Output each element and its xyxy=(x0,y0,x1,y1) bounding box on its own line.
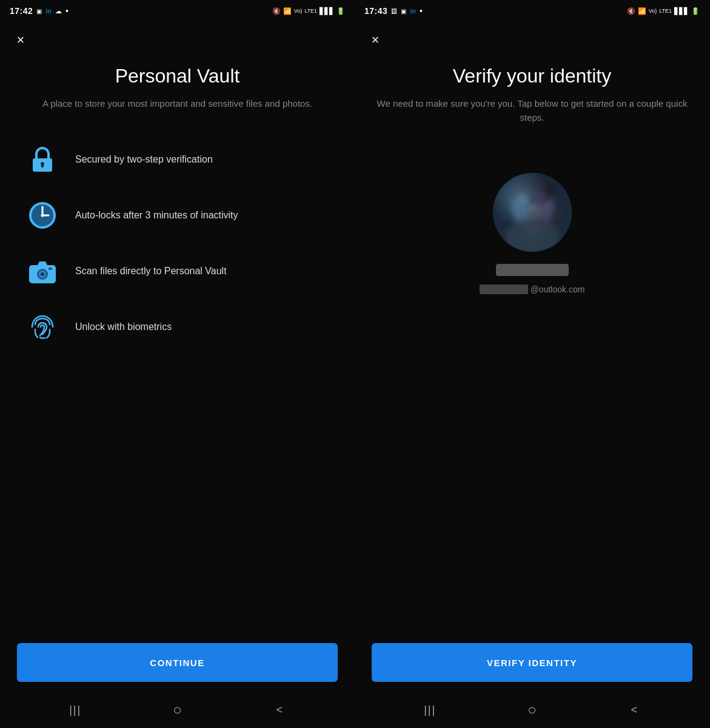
close-button-left[interactable]: × xyxy=(7,27,34,53)
user-email-container: @outlook.com xyxy=(480,285,585,294)
wifi-icon-right: 📶 xyxy=(638,7,646,15)
personal-vault-screen: 17:42 ▣ in ☁ • 🔇 📶 Vo) LTE1 ▋▋▋ 🔋 × Pers… xyxy=(0,0,355,728)
linkedin-icon: in xyxy=(45,7,52,15)
battery-icon: 🔋 xyxy=(337,7,345,15)
feature-text-lock: Secured by two-step verification xyxy=(75,153,213,166)
email-prefix-blurred xyxy=(480,285,528,294)
feature-item-fingerprint: Unlock with biometrics xyxy=(24,309,330,345)
feature-text-fingerprint: Unlock with biometrics xyxy=(75,320,172,334)
lte-icon: LTE1 xyxy=(304,8,317,14)
status-time-left: 17:42 xyxy=(10,6,33,16)
bottom-area-right: VERIFY IDENTITY xyxy=(355,631,709,692)
bottom-area-left: CONTINUE xyxy=(0,631,355,692)
status-right-group: 🔇 📶 Vo) LTE1 ▋▋▋ 🔋 xyxy=(272,7,345,15)
vault-subtitle: A place to store your most important and… xyxy=(18,97,337,111)
identity-content: Verify your identity We need to make sur… xyxy=(355,58,709,631)
vault-title: Personal Vault xyxy=(18,64,337,87)
status-time-right: 17:43 xyxy=(364,6,387,16)
svg-point-11 xyxy=(41,272,44,276)
signal-bars: ▋▋▋ xyxy=(320,7,334,15)
vault-content: Personal Vault A place to store your mos… xyxy=(0,58,355,631)
svg-rect-2 xyxy=(41,164,44,167)
user-name-container xyxy=(496,264,569,280)
close-button-right[interactable]: × xyxy=(362,27,389,53)
user-avatar xyxy=(493,173,572,252)
recent-apps-icon-right[interactable]: ||| xyxy=(418,698,442,722)
signal-text: Vo) xyxy=(294,8,303,14)
clock-icon xyxy=(24,197,61,234)
sim-icon-right: ▣ xyxy=(401,8,406,15)
status-left-group-right: 17:43 🖼 ▣ in • xyxy=(364,6,423,16)
camera-icon xyxy=(24,253,61,289)
signal-bars-right: ▋▋▋ xyxy=(674,7,689,15)
identity-title: Verify your identity xyxy=(453,64,611,87)
fingerprint-icon xyxy=(24,309,61,345)
feature-item-camera: Scan files directly to Personal Vault xyxy=(24,253,330,289)
identity-subtitle: We need to make sure you're you. Tap bel… xyxy=(373,97,691,124)
dot-icon: • xyxy=(65,6,69,16)
lock-icon xyxy=(24,141,61,178)
svg-point-7 xyxy=(41,214,44,217)
status-right-group-right: 🔇 📶 Vo) LTE1 ▋▋▋ 🔋 xyxy=(627,7,700,15)
verify-identity-button[interactable]: VERIFY IDENTITY xyxy=(372,643,692,682)
dot-icon-right: • xyxy=(420,6,423,16)
status-bar-right: 17:43 🖼 ▣ in • 🔇 📶 Vo) LTE1 ▋▋▋ 🔋 xyxy=(355,0,709,22)
home-icon-right[interactable]: ○ xyxy=(520,698,544,722)
back-icon-left[interactable]: < xyxy=(267,698,292,722)
avatar-blur-overlay xyxy=(493,173,572,252)
mute-icon: 🔇 xyxy=(272,7,281,15)
gallery-icon: 🖼 xyxy=(391,8,397,15)
nav-bar-left: ||| ○ < xyxy=(0,692,355,728)
user-name-blurred xyxy=(496,264,569,276)
sim-icon: ▣ xyxy=(36,8,42,15)
verify-identity-screen: 17:43 🖼 ▣ in • 🔇 📶 Vo) LTE1 ▋▋▋ 🔋 × Veri… xyxy=(355,0,709,728)
svg-rect-12 xyxy=(49,268,52,270)
status-left-group: 17:42 ▣ in ☁ • xyxy=(10,6,69,16)
linkedin-icon-right: in xyxy=(410,7,416,15)
back-icon-right[interactable]: < xyxy=(622,698,646,722)
lte-icon-right: LTE1 xyxy=(659,8,672,14)
user-email-suffix: @outlook.com xyxy=(531,285,585,294)
continue-button[interactable]: CONTINUE xyxy=(17,643,338,682)
feature-item-lock: Secured by two-step verification xyxy=(24,141,330,178)
home-icon-left[interactable]: ○ xyxy=(165,698,189,722)
feature-item-clock: Auto-locks after 3 minutes of inactivity xyxy=(24,197,330,234)
wifi-icon: 📶 xyxy=(283,7,292,15)
status-bar-left: 17:42 ▣ in ☁ • 🔇 📶 Vo) LTE1 ▋▋▋ 🔋 xyxy=(0,0,355,22)
mute-icon-right: 🔇 xyxy=(627,7,635,15)
cloud-icon: ☁ xyxy=(55,7,62,15)
feature-text-camera: Scan files directly to Personal Vault xyxy=(75,265,227,278)
feature-text-clock: Auto-locks after 3 minutes of inactivity xyxy=(75,209,238,222)
recent-apps-icon[interactable]: ||| xyxy=(63,698,87,722)
feature-list: Secured by two-step verification Auto-lo… xyxy=(18,141,337,345)
nav-bar-right: ||| ○ < xyxy=(355,692,709,728)
signal-text-right: Vo) xyxy=(649,8,657,14)
battery-icon-right: 🔋 xyxy=(691,7,700,15)
